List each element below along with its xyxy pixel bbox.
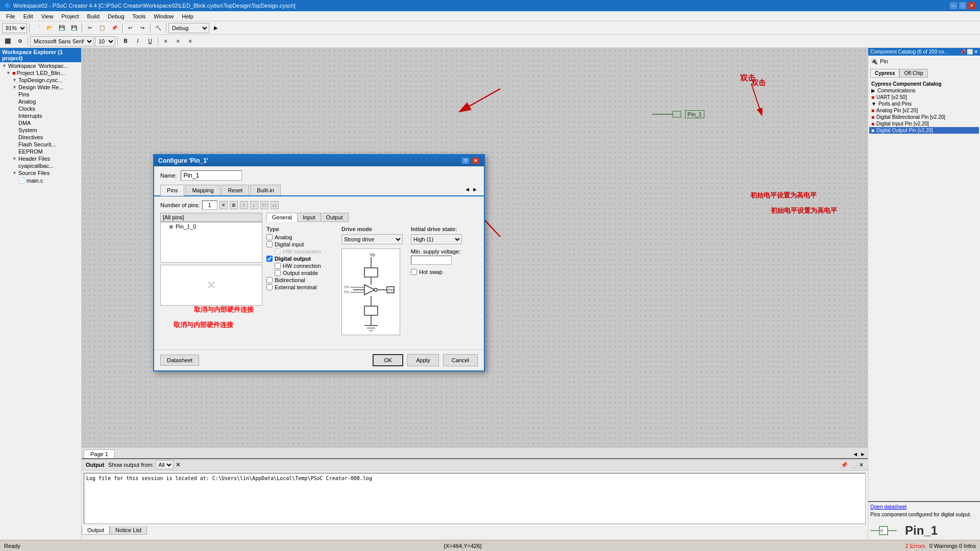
pins-list-item[interactable]: ▣ Pin_1_0 — [161, 222, 262, 231]
ok-button[interactable]: OK — [373, 354, 403, 366]
zoom-select[interactable]: 91% — [2, 23, 27, 33]
sidebar-project[interactable]: ▼ ■ Project 'LED_Blin... — [0, 69, 81, 77]
menu-build[interactable]: Build — [83, 11, 104, 21]
type-digital-output-check[interactable] — [266, 256, 273, 262]
catalog-tab-cypress[interactable]: Cypress — [870, 69, 899, 78]
component-btn[interactable]: ⚙ — [14, 36, 26, 47]
menu-view[interactable]: View — [37, 11, 58, 21]
paste-btn[interactable]: 📌 — [109, 22, 120, 34]
menu-window[interactable]: Window — [150, 11, 178, 21]
sidebar-main-c[interactable]: 📄 main.c — [0, 177, 81, 184]
type-external-check[interactable] — [266, 284, 273, 290]
open-file-btn[interactable]: 📂 — [44, 22, 55, 34]
pin-output-btn[interactable]: 📌 — [841, 462, 848, 468]
sidebar-workspace[interactable]: ▼ Workspace 'Workspac... — [0, 62, 81, 69]
datasheet-button[interactable]: Datasheet — [160, 355, 199, 366]
menu-edit[interactable]: Edit — [19, 11, 37, 21]
sidebar-cyapicallbac[interactable]: cyapicallbac... — [0, 162, 81, 169]
sidebar-directives[interactable]: Directives — [0, 134, 81, 141]
sidebar-system[interactable]: System — [0, 127, 81, 134]
italic-btn[interactable]: I — [132, 36, 143, 47]
tab-pins[interactable]: Pins — [160, 185, 184, 196]
min-supply-input[interactable] — [411, 256, 452, 265]
font-size-select[interactable]: 10 — [95, 36, 115, 46]
copy-btn[interactable]: 📋 — [96, 22, 108, 34]
sidebar-eeprom[interactable]: EEPROM — [0, 148, 81, 155]
sidebar-pins[interactable]: Pins — [0, 91, 81, 98]
undo-btn[interactable]: ↩ — [125, 22, 136, 34]
catalog-digital-output[interactable]: ■ Digital Output Pin [v2.20] — [869, 127, 979, 134]
clear-output-btn[interactable]: ✕ — [176, 461, 181, 468]
close-button[interactable]: ✕ — [968, 2, 976, 10]
move-down-btn[interactable]: ↓ — [250, 201, 258, 209]
underline-btn[interactable]: U — [144, 36, 156, 47]
menu-file[interactable]: File — [2, 11, 19, 21]
cancel-button[interactable]: Cancel — [443, 354, 478, 366]
sidebar-interrupts[interactable]: Interrupts — [0, 112, 81, 119]
type-analog-check[interactable] — [266, 234, 273, 240]
next-tab-btn[interactable]: ► — [472, 186, 478, 192]
sidebar-dma[interactable]: DMA — [0, 119, 81, 127]
config-select[interactable]: Debug — [168, 23, 209, 33]
initial-drive-select[interactable]: High (1) — [411, 234, 462, 244]
build-btn[interactable]: 🔨 — [153, 22, 164, 34]
menu-help[interactable]: Help — [178, 11, 198, 21]
sidebar-flash-security[interactable]: Flash Securit... — [0, 141, 81, 148]
save-all-btn[interactable]: 💾 — [68, 22, 80, 34]
catalog-digital-bidi[interactable]: ■ Digital Bidirectional Pin [v2.20] — [869, 114, 979, 120]
align-left-btn[interactable]: ≡ — [160, 36, 172, 47]
sidebar-source-files[interactable]: ▼ Source Files — [0, 169, 81, 177]
maximize-button[interactable]: □ — [959, 2, 967, 10]
add-pin-btn[interactable]: ⊞ — [230, 201, 238, 209]
sort-desc-btn[interactable]: ↓↓ — [271, 201, 279, 209]
workspace-btn[interactable]: ⬛ — [2, 36, 13, 47]
new-file-btn[interactable]: 📄 — [32, 22, 43, 34]
menu-tools[interactable]: Tools — [129, 11, 150, 21]
catalog-ports-pins[interactable]: ▼ Ports and Pins — [869, 101, 979, 107]
next-page-btn[interactable]: ► — [860, 451, 866, 457]
bold-btn[interactable]: B — [120, 36, 131, 47]
redo-btn[interactable]: ↪ — [137, 22, 148, 34]
num-pins-input[interactable] — [202, 201, 217, 210]
align-center-btn[interactable]: ≡ — [173, 36, 184, 47]
apply-button[interactable]: Apply — [407, 354, 439, 366]
type-hw-conn2-check[interactable] — [275, 263, 281, 269]
output-source-select[interactable]: All — [156, 460, 174, 469]
catalog-comms[interactable]: ▶ Communications — [869, 87, 979, 94]
catalog-uart[interactable]: ■ UART [v2.50] — [869, 94, 979, 101]
sidebar-header-files[interactable]: ▼ Header Files — [0, 155, 81, 162]
catalog-digital-input[interactable]: ■ Digital Input Pin [v2.20] — [869, 120, 979, 127]
type-digital-input-check[interactable] — [266, 241, 273, 247]
minimize-button[interactable]: ─ — [949, 2, 958, 10]
prev-page-btn[interactable]: ◄ — [852, 451, 858, 457]
inner-tab-output[interactable]: Output — [321, 213, 349, 222]
dialog-close-button[interactable]: ✕ — [472, 157, 480, 164]
tab-mapping[interactable]: Mapping — [185, 185, 220, 195]
drive-mode-select[interactable]: Strong drive — [341, 234, 403, 244]
sidebar-analog[interactable]: Analog — [0, 98, 81, 105]
catalog-float-btn[interactable]: ⬜ — [967, 49, 973, 55]
menu-debug[interactable]: Debug — [104, 11, 128, 21]
catalog-pin-btn[interactable]: 📌 — [960, 49, 966, 55]
type-output-enable-check[interactable] — [275, 270, 281, 276]
hot-swap-check[interactable] — [411, 269, 417, 275]
debug-btn[interactable]: ▶ — [210, 22, 222, 34]
cut-btn[interactable]: ✂ — [84, 22, 95, 34]
output-tab-output[interactable]: Output — [82, 526, 110, 535]
font-select[interactable]: Microsoft Sans Serif — [30, 36, 94, 46]
tab-builtin[interactable]: Built-in — [250, 185, 281, 195]
catalog-close-btn[interactable]: ✕ — [974, 49, 978, 55]
sort-asc-btn[interactable]: ↑↑ — [260, 201, 268, 209]
save-btn[interactable]: 💾 — [56, 22, 67, 34]
page-1-tab[interactable]: Page 1 — [84, 449, 115, 458]
sidebar-clocks[interactable]: Clocks — [0, 105, 81, 112]
tab-reset[interactable]: Reset — [222, 185, 250, 195]
sidebar-topdesign[interactable]: ▼ TopDesign.cysc... — [0, 77, 81, 84]
close-output-btn[interactable]: ✕ — [859, 462, 864, 468]
sidebar-design-wide[interactable]: ▼ Design Wide Re... — [0, 84, 81, 91]
catalog-tab-offchip[interactable]: Off-Chip — [899, 69, 927, 78]
float-output-btn[interactable]: ⬜ — [850, 462, 857, 468]
menu-project[interactable]: Project — [57, 11, 83, 21]
type-bidirectional-check[interactable] — [266, 277, 273, 283]
delete-pin-btn[interactable]: ✕ — [219, 201, 228, 209]
